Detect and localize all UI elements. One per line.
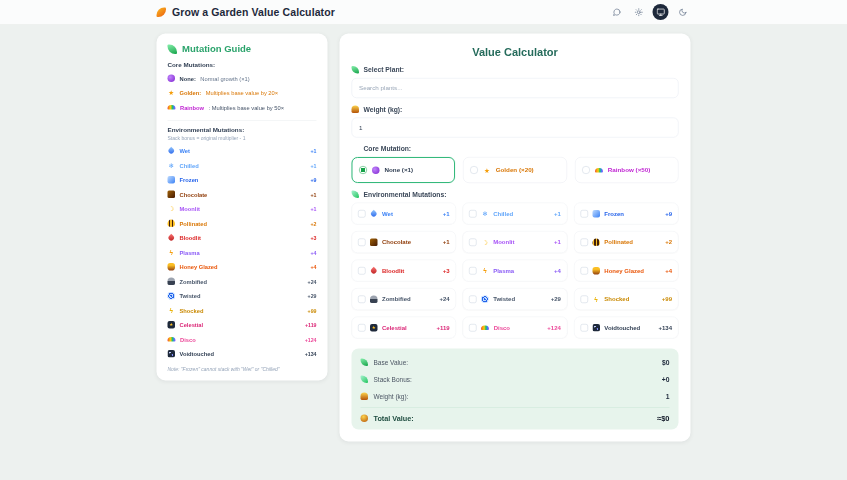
total-value-amount: ≈$0 xyxy=(657,414,669,423)
env-option-bonus: +134 xyxy=(658,324,672,331)
env-mutation-option[interactable]: Frozen+9 xyxy=(574,203,679,225)
checkbox[interactable] xyxy=(358,324,366,332)
env-option-bonus: +4 xyxy=(554,267,561,274)
zombie-icon xyxy=(168,278,176,286)
env-mutation-guide-row: Voidtouched+134 xyxy=(168,347,317,362)
lightning-icon: ϟ xyxy=(592,295,600,303)
mutation-name: Zombified xyxy=(180,278,207,284)
env-mutation-option[interactable]: Bloodlit+3 xyxy=(352,260,457,282)
checkbox[interactable] xyxy=(469,210,477,218)
rainbow-icon xyxy=(595,168,603,173)
checkbox[interactable] xyxy=(358,267,366,275)
topbar: Grow a Garden Value Calculator xyxy=(0,0,847,25)
purple-orb-icon xyxy=(168,75,176,83)
checkbox[interactable] xyxy=(358,238,366,246)
checkbox[interactable] xyxy=(469,238,477,246)
core-mutations-list: None:Normal growth (×1)★Golden:Multiplie… xyxy=(168,71,317,115)
env-mutation-option[interactable]: Twisted+29 xyxy=(463,288,568,310)
radio-button[interactable] xyxy=(582,166,590,174)
env-mutation-option[interactable]: Zombified+24 xyxy=(352,288,457,310)
plant-search-input[interactable] xyxy=(352,78,679,98)
env-option-bonus: +124 xyxy=(547,324,561,331)
env-mutations-label-text: Environmental Mutations: xyxy=(364,191,447,199)
checkbox[interactable] xyxy=(358,210,366,218)
env-mutations-heading: Environmental Mutations: xyxy=(168,126,317,133)
env-mutation-option[interactable]: Pollinated+2 xyxy=(574,231,679,253)
result-label: Weight (kg): xyxy=(374,392,409,400)
env-option-name: Honey Glazed xyxy=(604,267,644,274)
env-mutation-option[interactable]: Honey Glazed+4 xyxy=(574,260,679,282)
lightning-icon: ϟ xyxy=(168,307,176,315)
weight-input[interactable] xyxy=(352,118,679,138)
mutation-bonus: +1 xyxy=(311,191,317,197)
mutation-bonus: +4 xyxy=(311,249,317,255)
sun-icon xyxy=(634,8,643,17)
checkbox[interactable] xyxy=(580,238,588,246)
select-plant-label: Select Plant: xyxy=(352,66,679,74)
env-mutation-option[interactable]: Chocolate+1 xyxy=(352,231,457,253)
env-option-bonus: +1 xyxy=(554,239,561,246)
checkbox[interactable] xyxy=(469,267,477,275)
checkbox[interactable] xyxy=(580,295,588,303)
mutation-bonus: +1 xyxy=(311,206,317,212)
purple-orb-icon xyxy=(372,166,380,174)
scale-icon xyxy=(361,392,369,400)
env-mutation-guide-row: ϟPlasma+4 xyxy=(168,245,317,260)
checkbox[interactable] xyxy=(469,295,477,303)
env-mutation-option[interactable]: ❄Chilled+1 xyxy=(463,203,568,225)
core-mutation-option[interactable]: ★Golden (×20) xyxy=(463,157,567,183)
monitor-icon xyxy=(656,8,665,17)
env-mutation-option[interactable]: Disco+124 xyxy=(463,317,568,339)
checkbox[interactable] xyxy=(580,267,588,275)
chat-icon xyxy=(612,8,621,17)
checkbox[interactable] xyxy=(580,210,588,218)
money-bag-icon xyxy=(361,415,369,423)
weight-label: Weight (kg): xyxy=(352,106,679,114)
leaf-icon xyxy=(361,375,369,383)
env-mutation-option[interactable]: ★Celestial+119 xyxy=(352,317,457,339)
env-mutation-guide-row: Zombified+24 xyxy=(168,274,317,289)
radio-button[interactable] xyxy=(470,166,478,174)
system-theme-button[interactable] xyxy=(653,4,669,20)
mutation-bonus: +99 xyxy=(308,307,317,313)
env-mutation-guide-row: ϟShocked+99 xyxy=(168,303,317,318)
env-mutation-option[interactable]: Wet+1 xyxy=(352,203,457,225)
core-mutation-option[interactable]: None (×1) xyxy=(352,157,456,183)
env-mutation-option[interactable]: ϟShocked+99 xyxy=(574,288,679,310)
mutation-bonus: +4 xyxy=(311,264,317,270)
env-mutation-guide-row: Chocolate+1 xyxy=(168,187,317,202)
mutation-name: Honey Glazed xyxy=(180,264,218,270)
mutation-name: Celestial xyxy=(180,322,204,328)
snowflake-icon: ❄ xyxy=(481,210,489,218)
moon-icon xyxy=(678,8,687,17)
galaxy-icon xyxy=(168,350,176,358)
mutation-desc: Multiplies base value by 20× xyxy=(206,90,278,96)
env-option-bonus: +1 xyxy=(554,210,561,217)
env-mutation-option[interactable]: ϟPlasma+4 xyxy=(463,260,568,282)
checkbox[interactable] xyxy=(469,324,477,332)
mutation-name: Plasma xyxy=(180,249,200,255)
chat-button[interactable] xyxy=(609,4,625,20)
env-mutation-option[interactable]: Voidtouched+134 xyxy=(574,317,679,339)
dark-theme-button[interactable] xyxy=(675,4,691,20)
env-mutation-options: Wet+1❄Chilled+1Frozen+9Chocolate+1☽Moonl… xyxy=(352,203,679,339)
disco-rainbow-icon xyxy=(481,325,489,330)
seedling-icon xyxy=(168,44,178,54)
mutation-bonus: +9 xyxy=(311,177,317,183)
env-mutations-label: Environmental Mutations: xyxy=(352,191,679,199)
env-mutation-option[interactable]: ☽Moonlit+1 xyxy=(463,231,568,253)
spiral-icon xyxy=(168,292,176,300)
radio-button[interactable] xyxy=(359,166,367,174)
checkbox[interactable] xyxy=(580,324,588,332)
core-mutation-guide-row: Rainbow: Multiplies base value by 50× xyxy=(168,100,317,115)
topbar-inner: Grow a Garden Value Calculator xyxy=(157,4,691,20)
checkbox[interactable] xyxy=(358,295,366,303)
env-option-name: Twisted xyxy=(493,296,515,303)
results-rows: Base Value:$0Stack Bonus:+0Weight (kg):1 xyxy=(361,354,670,405)
env-mutation-guide-row: ❄Chilled+1 xyxy=(168,158,317,173)
core-mutation-option[interactable]: Rainbow (×50) xyxy=(575,157,679,183)
light-theme-button[interactable] xyxy=(631,4,647,20)
mutation-guide-header: Mutation Guide xyxy=(168,44,317,55)
stack-bonus-note: Stack bonus = original multiplier - 1 xyxy=(168,136,317,142)
result-value: +0 xyxy=(662,375,670,383)
